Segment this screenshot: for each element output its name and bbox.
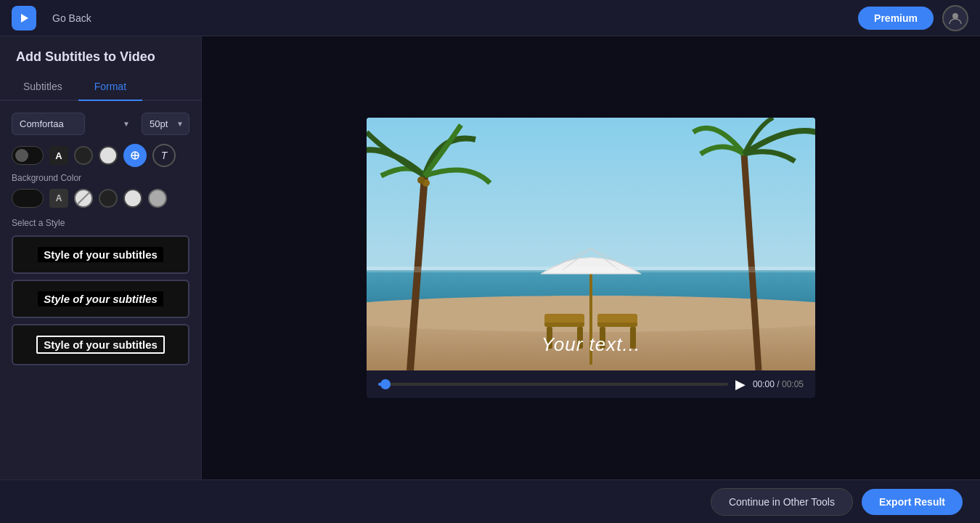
font-row: Comfortaa Arial Roboto ▼ 50pt 40pt 60pt …: [12, 113, 189, 135]
text-color-a-label: A: [49, 146, 68, 165]
text-color-row: A T: [12, 144, 189, 167]
svg-rect-26: [597, 314, 637, 323]
bg-color-gray[interactable]: [148, 189, 167, 208]
text-color-toggle[interactable]: [12, 146, 44, 165]
continue-button[interactable]: Continue in Other Tools: [711, 488, 853, 516]
progress-dot: [380, 379, 391, 389]
text-format-button[interactable]: T: [152, 144, 176, 167]
topbar-left: Go Back: [12, 6, 99, 31]
subtitle-overlay: Your text...: [367, 333, 815, 356]
time-current: 00:00: [753, 379, 775, 389]
tab-format[interactable]: Format: [78, 73, 142, 101]
font-select[interactable]: Comfortaa Arial Roboto: [12, 113, 85, 135]
bg-color-dark[interactable]: [99, 189, 118, 208]
time-display: 00:00 / 00:05: [753, 379, 804, 389]
style-option-1-text: Style of your subtitles: [38, 247, 163, 262]
subtitle-text: Your text...: [542, 333, 640, 355]
video-controls: ▶ 00:00 / 00:05: [367, 370, 815, 398]
export-button[interactable]: Export Result: [862, 489, 963, 515]
progress-bar[interactable]: [378, 383, 728, 386]
svg-rect-22: [544, 314, 584, 323]
bg-color-light[interactable]: [123, 189, 142, 208]
premium-button[interactable]: Premium: [858, 7, 934, 30]
topbar-right: Premium: [858, 5, 968, 31]
video-area: Your text... ▶ 00:00 / 00:05: [202, 36, 980, 479]
svg-point-12: [417, 177, 425, 184]
video-container: Your text... ▶ 00:00 / 00:05: [367, 118, 815, 398]
style-option-1[interactable]: Style of your subtitles: [12, 235, 189, 274]
font-select-wrapper: Comfortaa Arial Roboto ▼: [12, 113, 136, 135]
time-total: 00:05: [782, 379, 804, 389]
sidebar-title: Add Subtitles to Video: [0, 36, 201, 73]
svg-rect-27: [367, 267, 815, 272]
bg-color-label: Background Color: [12, 173, 189, 183]
play-button[interactable]: ▶: [735, 376, 746, 392]
tabs: Subtitles Format: [0, 73, 201, 101]
go-back-button[interactable]: Go Back: [45, 8, 99, 28]
svg-point-2: [952, 13, 958, 19]
sidebar: Add Subtitles to Video Subtitles Format …: [0, 36, 202, 479]
footer: Continue in Other Tools Export Result: [0, 479, 980, 523]
select-style-label: Select a Style: [12, 218, 189, 228]
avatar[interactable]: [942, 5, 968, 31]
size-select[interactable]: 50pt 40pt 60pt: [142, 113, 189, 135]
main-content: Add Subtitles to Video Subtitles Format …: [0, 36, 980, 479]
app-logo: [12, 6, 36, 31]
style-option-3[interactable]: Style of your subtitles: [12, 324, 189, 365]
text-color-dark[interactable]: [74, 146, 93, 165]
font-select-arrow: ▼: [123, 120, 130, 128]
text-color-light[interactable]: [99, 146, 118, 165]
style-option-3-text: Style of your subtitles: [36, 336, 165, 354]
beach-scene-svg: [367, 118, 815, 370]
video-frame: Your text...: [367, 118, 815, 370]
size-select-wrapper: 50pt 40pt 60pt ▼: [142, 113, 189, 135]
text-color-picker-button[interactable]: [123, 144, 147, 167]
bg-color-toggle[interactable]: [12, 189, 44, 208]
sidebar-content: Comfortaa Arial Roboto ▼ 50pt 40pt 60pt …: [0, 101, 201, 479]
style-option-2-text: Style of your subtitles: [38, 291, 163, 307]
no-bg-color[interactable]: [74, 189, 93, 208]
topbar: Go Back Premium: [0, 0, 980, 36]
time-separator: /: [777, 379, 779, 389]
toggle-knob: [15, 149, 28, 162]
bg-color-row: A: [12, 189, 189, 208]
style-option-2[interactable]: Style of your subtitles: [12, 280, 189, 318]
tab-subtitles[interactable]: Subtitles: [7, 73, 78, 101]
bg-a-label: A: [49, 189, 68, 208]
